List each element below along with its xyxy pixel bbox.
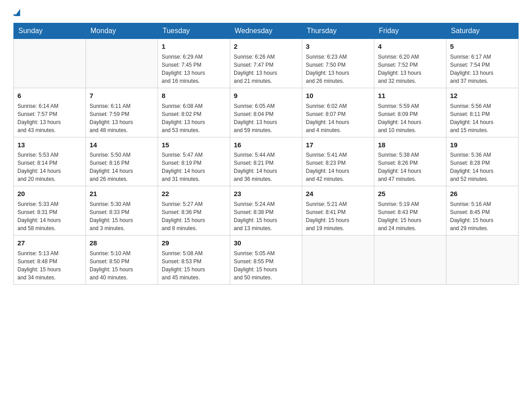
day-number: 27 bbox=[17, 238, 82, 248]
day-info: Sunrise: 6:26 AM Sunset: 7:47 PM Dayligh… bbox=[234, 53, 298, 85]
day-number: 21 bbox=[90, 189, 154, 199]
day-info: Sunrise: 5:50 AM Sunset: 8:16 PM Dayligh… bbox=[90, 151, 154, 183]
day-number: 16 bbox=[234, 140, 298, 150]
day-info: Sunrise: 5:27 AM Sunset: 8:36 PM Dayligh… bbox=[162, 200, 226, 232]
day-number: 24 bbox=[306, 189, 370, 199]
calendar-cell: 2Sunrise: 6:26 AM Sunset: 7:47 PM Daylig… bbox=[230, 39, 302, 88]
day-number: 20 bbox=[17, 189, 82, 199]
calendar-cell: 3Sunrise: 6:23 AM Sunset: 7:50 PM Daylig… bbox=[302, 39, 374, 88]
calendar-table: SundayMondayTuesdayWednesdayThursdayFrid… bbox=[13, 23, 519, 285]
day-number: 14 bbox=[90, 140, 154, 150]
calendar-cell bbox=[302, 235, 374, 285]
day-number: 7 bbox=[90, 91, 154, 101]
day-info: Sunrise: 6:08 AM Sunset: 8:02 PM Dayligh… bbox=[162, 102, 226, 134]
calendar-day-header: Friday bbox=[374, 23, 446, 39]
calendar-cell: 29Sunrise: 5:08 AM Sunset: 8:53 PM Dayli… bbox=[158, 235, 230, 285]
calendar-cell: 6Sunrise: 6:14 AM Sunset: 7:57 PM Daylig… bbox=[14, 88, 86, 137]
calendar-day-header: Sunday bbox=[14, 23, 86, 39]
calendar-cell bbox=[374, 235, 446, 285]
calendar-cell: 7Sunrise: 6:11 AM Sunset: 7:59 PM Daylig… bbox=[86, 88, 158, 137]
day-number: 29 bbox=[162, 238, 226, 248]
calendar-cell: 1Sunrise: 6:29 AM Sunset: 7:45 PM Daylig… bbox=[158, 39, 230, 88]
logo-underline bbox=[13, 14, 20, 16]
calendar-cell: 23Sunrise: 5:24 AM Sunset: 8:38 PM Dayli… bbox=[230, 186, 302, 235]
calendar-cell: 30Sunrise: 5:05 AM Sunset: 8:55 PM Dayli… bbox=[230, 235, 302, 285]
calendar-cell: 22Sunrise: 5:27 AM Sunset: 8:36 PM Dayli… bbox=[158, 186, 230, 235]
calendar-cell: 28Sunrise: 5:10 AM Sunset: 8:50 PM Dayli… bbox=[86, 235, 158, 285]
calendar-cell: 5Sunrise: 6:17 AM Sunset: 7:54 PM Daylig… bbox=[446, 39, 519, 88]
day-number: 15 bbox=[162, 140, 226, 150]
calendar-cell: 19Sunrise: 5:36 AM Sunset: 8:28 PM Dayli… bbox=[446, 137, 519, 186]
calendar-cell: 14Sunrise: 5:50 AM Sunset: 8:16 PM Dayli… bbox=[86, 137, 158, 186]
day-number: 10 bbox=[306, 91, 370, 101]
day-info: Sunrise: 5:53 AM Sunset: 8:14 PM Dayligh… bbox=[17, 151, 82, 183]
calendar-cell: 20Sunrise: 5:33 AM Sunset: 8:31 PM Dayli… bbox=[14, 186, 86, 235]
day-number: 22 bbox=[162, 189, 226, 199]
day-info: Sunrise: 6:29 AM Sunset: 7:45 PM Dayligh… bbox=[162, 53, 226, 85]
calendar-cell: 11Sunrise: 5:59 AM Sunset: 8:09 PM Dayli… bbox=[374, 88, 446, 137]
day-info: Sunrise: 5:30 AM Sunset: 8:33 PM Dayligh… bbox=[90, 200, 154, 232]
day-info: Sunrise: 6:14 AM Sunset: 7:57 PM Dayligh… bbox=[17, 102, 82, 134]
day-number: 6 bbox=[17, 91, 82, 101]
day-info: Sunrise: 5:41 AM Sunset: 8:23 PM Dayligh… bbox=[306, 151, 370, 183]
calendar-day-header: Thursday bbox=[302, 23, 374, 39]
day-info: Sunrise: 5:38 AM Sunset: 8:26 PM Dayligh… bbox=[378, 151, 442, 183]
day-info: Sunrise: 5:44 AM Sunset: 8:21 PM Dayligh… bbox=[234, 151, 298, 183]
day-number: 2 bbox=[234, 42, 298, 51]
day-number: 5 bbox=[450, 42, 515, 51]
calendar-cell bbox=[446, 235, 519, 285]
calendar-day-header: Saturday bbox=[446, 23, 519, 39]
calendar-cell: 27Sunrise: 5:13 AM Sunset: 8:48 PM Dayli… bbox=[14, 235, 86, 285]
day-number: 19 bbox=[450, 140, 515, 150]
day-number: 9 bbox=[234, 91, 298, 101]
calendar-cell: 21Sunrise: 5:30 AM Sunset: 8:33 PM Dayli… bbox=[86, 186, 158, 235]
day-number: 1 bbox=[162, 42, 226, 51]
calendar-week-row: 27Sunrise: 5:13 AM Sunset: 8:48 PM Dayli… bbox=[14, 235, 519, 285]
day-info: Sunrise: 5:24 AM Sunset: 8:38 PM Dayligh… bbox=[234, 200, 298, 232]
day-number: 28 bbox=[90, 238, 154, 248]
day-number: 30 bbox=[234, 238, 298, 248]
day-info: Sunrise: 5:16 AM Sunset: 8:45 PM Dayligh… bbox=[450, 200, 515, 232]
day-info: Sunrise: 6:05 AM Sunset: 8:04 PM Dayligh… bbox=[234, 102, 298, 134]
calendar-cell: 13Sunrise: 5:53 AM Sunset: 8:14 PM Dayli… bbox=[14, 137, 86, 186]
calendar-cell: 10Sunrise: 6:02 AM Sunset: 8:07 PM Dayli… bbox=[302, 88, 374, 137]
page-header bbox=[13, 9, 519, 16]
calendar-cell: 12Sunrise: 5:56 AM Sunset: 8:11 PM Dayli… bbox=[446, 88, 519, 137]
calendar-cell: 24Sunrise: 5:21 AM Sunset: 8:41 PM Dayli… bbox=[302, 186, 374, 235]
day-info: Sunrise: 5:10 AM Sunset: 8:50 PM Dayligh… bbox=[90, 249, 154, 282]
day-number: 18 bbox=[378, 140, 442, 150]
day-info: Sunrise: 5:05 AM Sunset: 8:55 PM Dayligh… bbox=[234, 249, 298, 282]
day-number: 23 bbox=[234, 189, 298, 199]
calendar-header-row: SundayMondayTuesdayWednesdayThursdayFrid… bbox=[14, 23, 519, 39]
day-info: Sunrise: 6:02 AM Sunset: 8:07 PM Dayligh… bbox=[306, 102, 370, 134]
calendar-cell: 18Sunrise: 5:38 AM Sunset: 8:26 PM Dayli… bbox=[374, 137, 446, 186]
calendar-cell: 16Sunrise: 5:44 AM Sunset: 8:21 PM Dayli… bbox=[230, 137, 302, 186]
calendar-cell: 4Sunrise: 6:20 AM Sunset: 7:52 PM Daylig… bbox=[374, 39, 446, 88]
logo bbox=[13, 9, 20, 16]
day-number: 13 bbox=[17, 140, 82, 150]
calendar-week-row: 13Sunrise: 5:53 AM Sunset: 8:14 PM Dayli… bbox=[14, 137, 519, 186]
day-number: 3 bbox=[306, 42, 370, 51]
day-info: Sunrise: 5:56 AM Sunset: 8:11 PM Dayligh… bbox=[450, 102, 515, 134]
calendar-day-header: Tuesday bbox=[158, 23, 230, 39]
day-info: Sunrise: 5:47 AM Sunset: 8:19 PM Dayligh… bbox=[162, 151, 226, 183]
calendar-cell bbox=[14, 39, 86, 88]
calendar-day-header: Monday bbox=[86, 23, 158, 39]
day-number: 11 bbox=[378, 91, 442, 101]
day-info: Sunrise: 6:20 AM Sunset: 7:52 PM Dayligh… bbox=[378, 53, 442, 85]
day-number: 17 bbox=[306, 140, 370, 150]
day-info: Sunrise: 5:21 AM Sunset: 8:41 PM Dayligh… bbox=[306, 200, 370, 232]
day-info: Sunrise: 5:13 AM Sunset: 8:48 PM Dayligh… bbox=[17, 249, 82, 282]
calendar-day-header: Wednesday bbox=[230, 23, 302, 39]
calendar-cell: 8Sunrise: 6:08 AM Sunset: 8:02 PM Daylig… bbox=[158, 88, 230, 137]
day-number: 4 bbox=[378, 42, 442, 51]
day-info: Sunrise: 5:08 AM Sunset: 8:53 PM Dayligh… bbox=[162, 249, 226, 282]
calendar-cell: 9Sunrise: 6:05 AM Sunset: 8:04 PM Daylig… bbox=[230, 88, 302, 137]
calendar-week-row: 20Sunrise: 5:33 AM Sunset: 8:31 PM Dayli… bbox=[14, 186, 519, 235]
day-info: Sunrise: 6:17 AM Sunset: 7:54 PM Dayligh… bbox=[450, 53, 515, 85]
day-number: 26 bbox=[450, 189, 515, 199]
calendar-cell: 26Sunrise: 5:16 AM Sunset: 8:45 PM Dayli… bbox=[446, 186, 519, 235]
calendar-cell bbox=[86, 39, 158, 88]
calendar-week-row: 1Sunrise: 6:29 AM Sunset: 7:45 PM Daylig… bbox=[14, 39, 519, 88]
day-info: Sunrise: 6:23 AM Sunset: 7:50 PM Dayligh… bbox=[306, 53, 370, 85]
